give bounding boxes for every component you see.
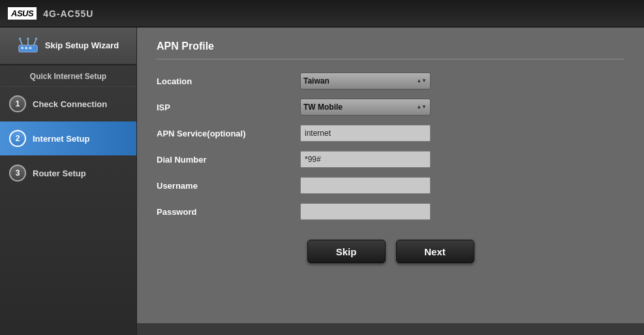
dial-number-label: Dial Number [157, 155, 300, 165]
sidebar-item-router-setup[interactable]: 3 Router Setup [0, 156, 136, 191]
sidebar-item-internet-setup-label: Internet Setup [33, 134, 89, 144]
apn-service-input[interactable] [300, 125, 431, 142]
sidebar-item-internet-setup[interactable]: 2 Internet Setup [0, 121, 136, 156]
password-input[interactable] [300, 203, 431, 220]
svg-point-8 [27, 38, 29, 40]
next-button[interactable]: Next [396, 240, 474, 263]
username-label: Username [157, 181, 300, 191]
sidebar-item-router-setup-label: Router Setup [33, 168, 86, 178]
isp-control: TW Mobile Chunghwa Telecom Far EasTone [300, 99, 431, 116]
username-control [300, 177, 431, 194]
bottom-bar [137, 323, 644, 335]
model-name: 4G-AC55U [43, 8, 93, 19]
username-row: Username [157, 177, 624, 194]
sidebar: Skip Setup Wizard Quick Internet Setup 1… [0, 27, 137, 335]
main-layout: Skip Setup Wizard Quick Internet Setup 1… [0, 27, 644, 335]
sidebar-section-title: Quick Internet Setup [0, 65, 136, 87]
password-control [300, 203, 431, 220]
asus-logo: ASUS [8, 7, 37, 20]
svg-line-4 [20, 39, 22, 45]
isp-select[interactable]: TW Mobile Chunghwa Telecom Far EasTone [300, 99, 431, 116]
content-area: APN Profile Location Taiwan USA China Ja… [137, 27, 644, 323]
isp-select-wrapper: TW Mobile Chunghwa Telecom Far EasTone [300, 99, 431, 116]
step-2-circle: 2 [9, 130, 26, 147]
apn-service-control [300, 125, 431, 142]
dial-number-control [300, 151, 431, 168]
router-icon [18, 37, 38, 55]
isp-row: ISP TW Mobile Chunghwa Telecom Far EasTo… [157, 99, 624, 116]
page-title: APN Profile [157, 40, 624, 59]
sidebar-item-check-connection[interactable]: 1 Check Connection [0, 87, 136, 121]
apn-service-label: APN Service(optional) [157, 129, 300, 138]
header: ASUS 4G-AC55U [0, 0, 644, 27]
step-3-circle: 3 [9, 165, 26, 182]
location-select[interactable]: Taiwan USA China Japan [300, 72, 431, 89]
location-row: Location Taiwan USA China Japan [157, 72, 624, 89]
skip-button[interactable]: Skip [307, 240, 386, 263]
password-label: Password [157, 207, 300, 217]
svg-point-7 [19, 38, 22, 40]
skip-wizard-button[interactable]: Skip Setup Wizard [0, 27, 136, 65]
skip-wizard-label: Skip Setup Wizard [45, 40, 119, 51]
password-row: Password [157, 203, 624, 220]
brand-area: ASUS 4G-AC55U [8, 7, 93, 20]
svg-rect-2 [25, 47, 27, 50]
svg-point-9 [35, 38, 38, 40]
svg-line-6 [34, 39, 37, 45]
apn-form: Location Taiwan USA China Japan [157, 72, 624, 220]
apn-service-row: APN Service(optional) [157, 125, 624, 142]
step-1-circle: 1 [9, 95, 26, 112]
location-control: Taiwan USA China Japan [300, 72, 431, 89]
button-row: Skip Next [157, 240, 624, 276]
svg-rect-1 [21, 47, 23, 50]
isp-label: ISP [157, 103, 300, 112]
location-select-wrapper: Taiwan USA China Japan [300, 72, 431, 89]
dial-number-row: Dial Number [157, 151, 624, 168]
username-input[interactable] [300, 177, 431, 194]
svg-rect-3 [29, 47, 32, 50]
dial-number-input[interactable] [300, 151, 431, 168]
location-label: Location [157, 76, 300, 86]
main-content: APN Profile Location Taiwan USA China Ja… [137, 27, 644, 335]
sidebar-item-check-connection-label: Check Connection [33, 99, 107, 109]
